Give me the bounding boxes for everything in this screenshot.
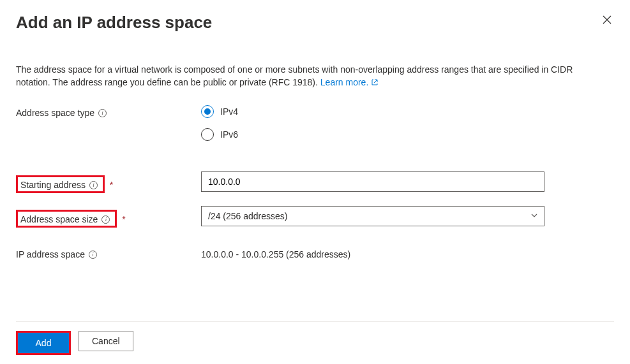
radio-ipv4[interactable]: IPv4 [201,105,544,118]
address-type-label-text: Address space type [16,108,94,118]
address-size-label: Address space size i [20,214,110,224]
info-icon[interactable]: i [98,109,107,117]
learn-more-label: Learn more. [320,77,368,87]
ip-range-value: 10.0.0.0 - 10.0.0.255 (256 addresses) [201,245,544,259]
ip-range-label-text: IP address space [16,249,85,259]
required-asterisk: * [122,214,125,224]
external-link-icon [371,78,379,86]
address-size-label-text: Address space size [20,214,98,224]
add-button[interactable]: Add [18,333,69,353]
starting-address-label-text: Starting address [20,180,86,190]
footer-actions: Add Cancel [16,321,614,355]
cancel-button[interactable]: Cancel [79,331,133,351]
radio-indicator-unchecked [201,128,214,141]
ip-range-label: IP address space i [16,249,97,259]
address-size-highlight: Address space size i [16,210,117,228]
description-text: The address space for a virtual network … [16,63,603,89]
close-button[interactable] [600,13,614,29]
address-size-select[interactable]: /24 (256 addresses) [201,206,544,226]
address-type-label: Address space type i [16,108,107,118]
close-icon [603,15,611,24]
starting-address-input[interactable] [201,171,544,192]
radio-ipv6[interactable]: IPv6 [201,128,544,141]
add-button-highlight: Add [16,331,71,355]
info-icon[interactable]: i [101,215,110,224]
info-icon[interactable]: i [89,251,97,259]
radio-indicator-checked [201,105,214,118]
radio-ipv4-label: IPv4 [220,106,238,117]
starting-address-highlight: Starting address i [16,175,105,193]
required-asterisk: * [110,180,113,190]
address-type-radio-group: IPv4 IPv6 [201,104,544,154]
starting-address-label: Starting address i [20,180,98,190]
info-icon[interactable]: i [89,181,98,189]
page-title: Add an IP address space [16,13,212,33]
radio-ipv6-label: IPv6 [220,129,238,140]
description-body: The address space for a virtual network … [16,64,573,87]
learn-more-link[interactable]: Learn more. [320,77,379,87]
address-size-value: /24 (256 addresses) [208,211,288,221]
